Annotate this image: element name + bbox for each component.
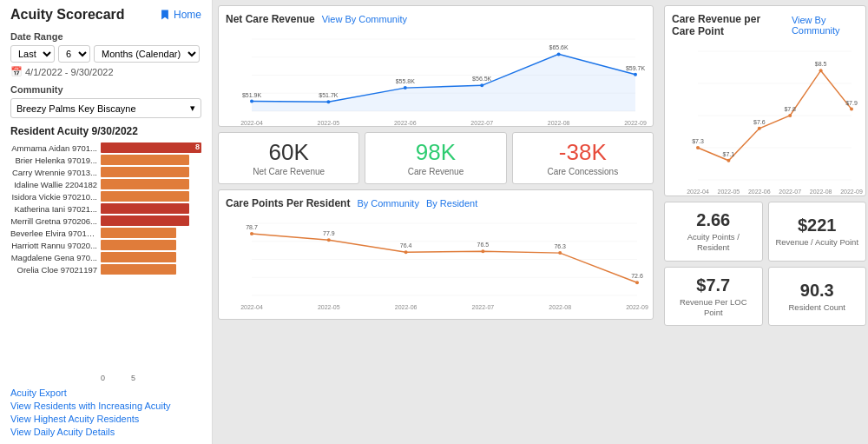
bar-value: 7 <box>195 203 200 212</box>
net-care-svg: $51.9K$51.7K$55.8K$56.5K$65.6K$59.7K2022… <box>226 29 644 129</box>
bar-row: Harriott Rannu 97020...6 <box>10 240 201 250</box>
care-revenue-svg: $7.3$7.1$7.6$7.8$8.5$7.92022-042022-0520… <box>672 41 860 197</box>
svg-text:$7.9: $7.9 <box>845 100 858 106</box>
bar-value: 7 <box>195 155 200 163</box>
nav-link[interactable]: View Residents with Increasing Acuity <box>10 401 201 411</box>
bar-track: 6 <box>101 264 201 275</box>
svg-text:$7.6: $7.6 <box>753 119 766 125</box>
svg-text:$51.9K: $51.9K <box>242 92 262 98</box>
svg-point-53 <box>727 159 730 162</box>
svg-point-36 <box>558 251 562 255</box>
bar-label: Katherina Iani 97021... <box>10 204 97 214</box>
svg-point-34 <box>481 249 484 253</box>
bar-row: Merrill Gretna 970206...7 <box>10 215 201 226</box>
net-care-revenue-card: Net Care Revenue View By Community $51.9… <box>218 5 654 127</box>
axis-label-0: 0 <box>101 374 105 382</box>
bar-label: Merrill Gretna 970206... <box>10 216 97 226</box>
bar-row: Magdalene Gena 970...6 <box>10 252 201 262</box>
svg-text:2022-07: 2022-07 <box>470 120 493 126</box>
svg-point-30 <box>327 238 331 242</box>
svg-text:$7.3: $7.3 <box>692 138 704 144</box>
last-select[interactable]: Last <box>10 45 55 63</box>
svg-point-28 <box>250 232 253 235</box>
nav-link[interactable]: View Highest Acuity Residents <box>10 414 201 424</box>
svg-text:76.4: 76.4 <box>400 242 412 249</box>
app-title: Acuity Scorecard <box>10 7 125 23</box>
nav-link[interactable]: View Daily Acuity Details <box>10 427 201 437</box>
date-input-row: 📅 4/1/2022 - 9/30/2022 <box>10 66 201 77</box>
community-select[interactable]: Breezy Palms Key Biscayne ▾ <box>10 98 201 118</box>
home-link[interactable]: Home <box>159 9 201 21</box>
bar-value: 7 <box>195 215 200 224</box>
svg-text:$55.8K: $55.8K <box>396 78 416 84</box>
net-care-title: Net Care Revenue <box>226 13 315 25</box>
calendar-icon: 📅 <box>10 66 23 77</box>
bar-track: 7 <box>101 215 201 226</box>
care-points-by-community[interactable]: By Community <box>357 198 419 209</box>
bar-fill: 7 <box>101 155 189 165</box>
bar-fill: 7 <box>101 179 189 189</box>
home-label: Home <box>174 9 201 21</box>
community-value: Breezy Palms Key Biscayne <box>16 103 136 114</box>
svg-text:2022-06: 2022-06 <box>394 120 417 126</box>
bar-label: Magdalene Gena 970... <box>10 253 97 262</box>
svg-text:78.7: 78.7 <box>246 224 258 230</box>
bar-value: 7 <box>195 191 200 200</box>
bar-label: Idaline Wallie 2204182 <box>10 180 97 189</box>
bar-label: Ammama Aidan 9701... <box>10 143 97 153</box>
metrics-grid: 2.66Acuity Points / Resident$221Revenue … <box>664 202 866 326</box>
bar-fill: 7 <box>101 215 189 226</box>
svg-point-55 <box>758 127 761 130</box>
svg-point-5 <box>250 100 253 103</box>
svg-text:$7.1: $7.1 <box>723 151 735 157</box>
period-select[interactable]: Months (Calendar) <box>94 45 200 63</box>
bar-row: Beverlee Elvira 97017...6 <box>10 228 201 238</box>
svg-point-11 <box>480 83 483 87</box>
svg-text:2022-04: 2022-04 <box>240 304 263 310</box>
metric-card: $7.7Revenue Per LOC Point <box>664 267 763 327</box>
bar-label: Isidora Vickie 970210... <box>10 192 97 202</box>
bar-fill: 7 <box>101 167 189 177</box>
svg-text:2022-05: 2022-05 <box>318 120 340 126</box>
svg-text:2022-08: 2022-08 <box>810 189 832 195</box>
care-revenue-view-by[interactable]: View By Community <box>792 15 858 36</box>
svg-text:77.9: 77.9 <box>323 230 335 236</box>
svg-text:2022-06: 2022-06 <box>748 189 771 195</box>
last-value-select[interactable]: 6 <box>58 45 90 63</box>
middle-panel: Net Care Revenue View By Community $51.9… <box>213 0 659 444</box>
care-revenue-card: Care Revenue per Care Point View By Comm… <box>664 5 866 196</box>
bar-row: Ammama Aidan 9701...8 <box>10 142 201 153</box>
svg-point-15 <box>634 73 637 76</box>
nav-link[interactable]: Acuity Export <box>10 388 201 398</box>
bar-track: 7 <box>101 191 201 202</box>
bar-fill: 7 <box>101 203 189 214</box>
metric-label: Revenue Per LOC Point <box>670 297 757 319</box>
metric-value: $7.7 <box>696 275 730 295</box>
svg-text:2022-05: 2022-05 <box>718 189 740 195</box>
bar-value: 7 <box>195 167 200 176</box>
kpi-value: -38K <box>559 140 607 165</box>
svg-point-61 <box>850 108 853 111</box>
bar-value: 6 <box>195 252 200 261</box>
date-range-row: Last 6 Months (Calendar) <box>10 45 201 63</box>
bar-fill: 6 <box>101 228 176 238</box>
svg-text:2022-04: 2022-04 <box>240 120 263 126</box>
bar-row: Idaline Wallie 22041827 <box>10 179 201 189</box>
kpi-label: Care Revenue <box>408 167 464 176</box>
metric-card: $221Revenue / Acuity Point <box>768 202 867 262</box>
bar-value: 6 <box>195 264 200 273</box>
bar-value: 6 <box>195 228 200 236</box>
bar-row: Isidora Vickie 970210...7 <box>10 191 201 202</box>
svg-point-59 <box>819 69 823 72</box>
svg-point-57 <box>788 114 792 117</box>
header-row: Acuity Scorecard Home <box>10 7 201 23</box>
kpi-label: Net Care Revenue <box>253 167 325 176</box>
svg-text:2022-05: 2022-05 <box>318 304 340 310</box>
bar-fill: 6 <box>101 252 176 262</box>
svg-text:$51.7K: $51.7K <box>319 92 339 98</box>
net-care-view-by[interactable]: View By Community <box>322 14 407 24</box>
care-points-by-resident[interactable]: By Resident <box>426 198 477 209</box>
svg-text:2022-07: 2022-07 <box>779 189 801 195</box>
care-revenue-header: Care Revenue per Care Point View By Comm… <box>672 13 858 37</box>
bar-value: 6 <box>195 240 200 249</box>
